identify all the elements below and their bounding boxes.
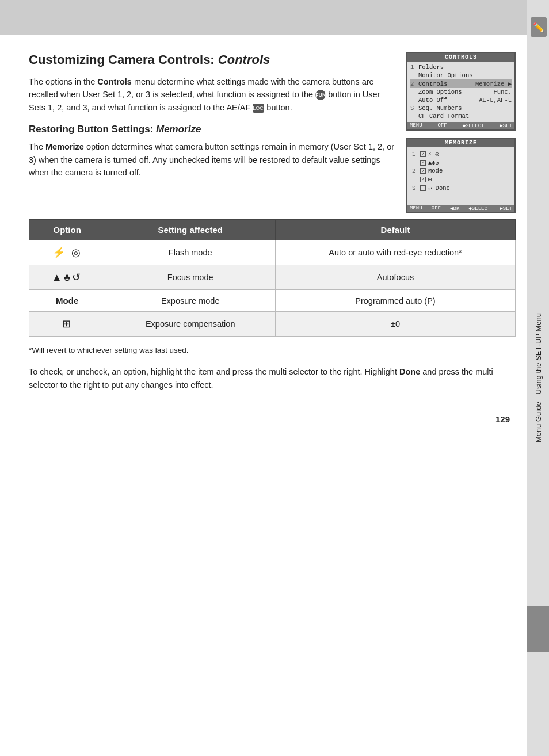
memorize-screen-footer: MENU OFF ◀BK ◆SELECT ▶SET xyxy=(407,205,514,212)
table-row: ⊞ Exposure compensation ±0 xyxy=(29,312,516,337)
option-compensation-symbol: ⊞ xyxy=(29,312,105,337)
closing-text: To check, or uncheck, an option, highlig… xyxy=(29,365,516,391)
screenshots-panel: CONTROLS 1 Folders Monitor Options 2 Con… xyxy=(406,52,516,213)
menu-guide-icon: ✏️ xyxy=(531,17,547,37)
screen-row-monitor: Monitor Options xyxy=(410,71,512,79)
footnote: *Will revert to whichever setting was la… xyxy=(29,345,516,356)
setting-compensation: Exposure compensation xyxy=(105,312,276,337)
mem-row-1: 1 ✓ ⚡ ◎ xyxy=(412,150,510,158)
table-row: ⚡ ◎ Flash mode Auto or auto with red-eye… xyxy=(29,240,516,265)
default-flash: Auto or auto with red-eye reduction* xyxy=(276,240,516,265)
controls-screen: CONTROLS 1 Folders Monitor Options 2 Con… xyxy=(406,52,516,131)
screen-row-zoom: Zoom Options Func. xyxy=(410,88,512,96)
controls-screen-footer: MENU OFF ◆SELECT ▶SET xyxy=(407,122,514,129)
option-mode-text: Mode xyxy=(29,290,105,312)
top-gray-bar xyxy=(0,0,527,35)
screen-row-cf: CF Card Format xyxy=(410,112,512,120)
right-sidebar-tab: ✏️ Menu Guide—Using the SET-UP Menu xyxy=(527,0,549,756)
screen-row-folders: 1 Folders xyxy=(410,63,512,71)
default-exposure-mode: Programmed auto (P) xyxy=(276,290,516,312)
col-option-header: Option xyxy=(29,220,105,240)
setting-exposure-mode: Exposure mode xyxy=(105,290,276,312)
page-number: 129 xyxy=(29,414,516,424)
option-flash-symbol: ⚡ ◎ xyxy=(29,240,105,265)
setting-flash: Flash mode xyxy=(105,240,276,265)
lock-icon: LOCK xyxy=(253,104,264,113)
col-default-header: Default xyxy=(276,220,516,240)
setting-focus: Focus mode xyxy=(105,265,276,290)
col-setting-header: Setting affected xyxy=(105,220,276,240)
default-compensation: ±0 xyxy=(276,312,516,337)
option-focus-symbol: ▲♣↺ xyxy=(29,265,105,290)
right-tab-label: Menu Guide—Using the SET-UP Menu xyxy=(534,313,543,442)
main-content: CONTROLS 1 Folders Monitor Options 2 Con… xyxy=(0,0,527,756)
controls-screen-body: 1 Folders Monitor Options 2 Controls Mem… xyxy=(407,62,514,122)
mem-row-done: S ↵ Done xyxy=(412,184,510,192)
default-focus: Autofocus xyxy=(276,265,516,290)
mem-row-4: ✓ ⊞ xyxy=(412,175,510,184)
memorize-screen-body: 1 ✓ ⚡ ◎ ✓ ▲♣↺ 2 ✓ Mode ✓ ⊞ xyxy=(407,147,514,205)
right-tab-dark-section xyxy=(527,606,549,652)
table-row: Mode Exposure mode Programmed auto (P) xyxy=(29,290,516,312)
memorize-screen: MEMORIZE 1 ✓ ⚡ ◎ ✓ ▲♣↺ 2 ✓ Mode xyxy=(406,138,516,213)
settings-table: Option Setting affected Default ⚡ ◎ Flas… xyxy=(29,219,516,337)
controls-screen-title: CONTROLS xyxy=(407,53,514,62)
screen-row-auto-off: Auto Off AE-L,AF-L xyxy=(410,96,512,104)
mem-row-3: 2 ✓ Mode xyxy=(412,167,510,175)
table-row: ▲♣↺ Focus mode Autofocus xyxy=(29,265,516,290)
mem-row-2: ✓ ▲♣↺ xyxy=(412,158,510,167)
screen-row-seq: S Seq. Numbers xyxy=(410,104,512,112)
func-icon: FUNC xyxy=(315,90,326,100)
memorize-screen-title: MEMORIZE xyxy=(407,139,514,147)
screen-row-controls: 2 Controls Memorize ▶ xyxy=(410,79,512,88)
